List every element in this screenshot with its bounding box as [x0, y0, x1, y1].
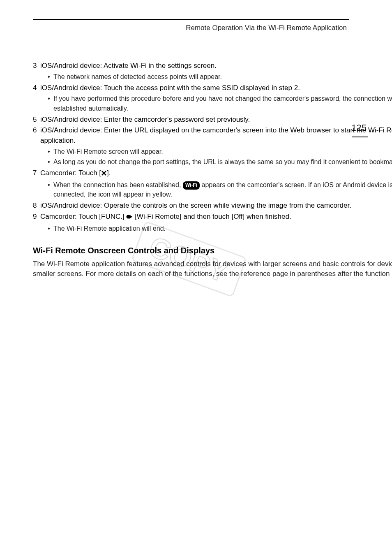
step-5: 5 iOS/Android device: Enter the camcorde…	[33, 115, 392, 125]
step-text: Camcorder: Touch [].	[40, 168, 392, 179]
step-number: 5	[33, 115, 40, 125]
header-rule	[33, 19, 349, 20]
step-7: 7 Camcorder: Touch []. When the connecti…	[33, 168, 392, 199]
step-number: 7	[33, 168, 40, 178]
step-number: 4	[33, 83, 40, 93]
step-number: 3	[33, 61, 40, 71]
step-text: iOS/Android device: Activate Wi-Fi in th…	[40, 61, 392, 71]
sub-before: When the connection has been established…	[53, 181, 183, 188]
section-body: The Wi-Fi Remote application features ad…	[33, 259, 392, 279]
step-text: iOS/Android device: Touch the access poi…	[40, 83, 392, 93]
step-number: 9	[33, 212, 40, 222]
wifi-badge-icon: Wi-Fi	[183, 181, 200, 190]
step-text-before: Camcorder: Touch [FUNC.]	[40, 213, 126, 220]
step-9: 9 Camcorder: Touch [FUNC.] [Wi-Fi Remote…	[33, 212, 392, 233]
close-icon	[101, 169, 107, 179]
step-3: 3 iOS/Android device: Activate Wi-Fi in …	[33, 61, 392, 81]
header-title: Remote Operation Via the Wi-Fi Remote Ap…	[186, 24, 347, 32]
step-text-after: ].	[107, 169, 111, 177]
step-sub: If you have performed this procedure bef…	[48, 94, 392, 113]
step-8: 8 iOS/Android device: Operate the contro…	[33, 201, 392, 211]
step-sub: The network names of detected access poi…	[48, 72, 392, 81]
content-area: 3 iOS/Android device: Activate Wi-Fi in …	[33, 61, 392, 279]
step-number: 6	[33, 125, 40, 136]
steps-list: 3 iOS/Android device: Activate Wi-Fi in …	[33, 61, 392, 233]
step-sub: The Wi-Fi Remote screen will appear.	[48, 147, 392, 156]
step-6: 6 iOS/Android device: Enter the URL disp…	[33, 125, 392, 167]
step-text: iOS/Android device: Enter the URL displa…	[40, 125, 392, 146]
step-text-after: [Wi-Fi Remote] and then touch [Off] when…	[133, 213, 291, 220]
step-sub: As long as you do not change the port se…	[48, 157, 392, 167]
step-text: Camcorder: Touch [FUNC.] [Wi-Fi Remote] …	[40, 212, 392, 223]
step-text: iOS/Android device: Enter the camcorder'…	[40, 115, 392, 125]
step-sub: The Wi-Fi Remote application will end.	[48, 224, 392, 233]
step-text: iOS/Android device: Operate the controls…	[40, 201, 392, 211]
step-number: 8	[33, 201, 40, 211]
step-text-before: Camcorder: Touch [	[40, 169, 101, 177]
section-heading: Wi-Fi Remote Onscreen Controls and Displ…	[33, 245, 392, 257]
step-sub: When the connection has been established…	[48, 180, 392, 199]
proceed-arrow-icon	[126, 213, 133, 223]
step-4: 4 iOS/Android device: Touch the access p…	[33, 83, 392, 113]
